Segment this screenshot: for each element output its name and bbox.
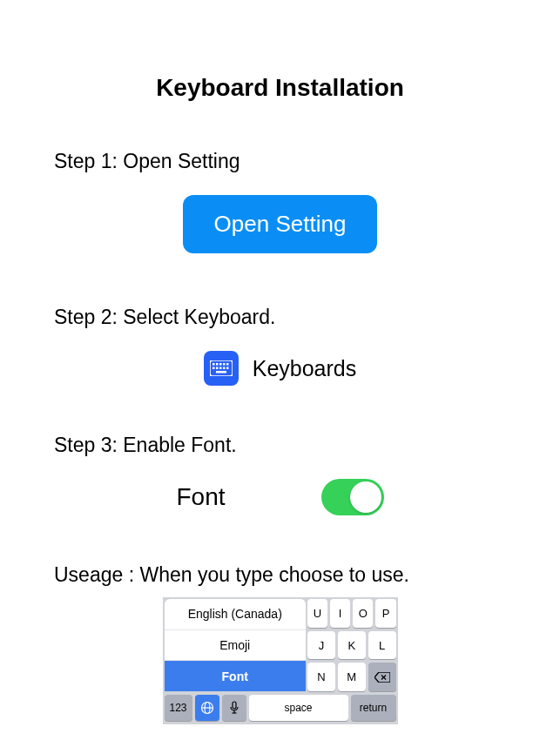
key-o[interactable]: O xyxy=(353,599,373,628)
keyboards-label: Keyboards xyxy=(253,356,357,381)
font-toggle-row: Font xyxy=(44,479,516,515)
svg-rect-17 xyxy=(233,702,236,709)
lang-item-font[interactable]: Font xyxy=(165,661,306,691)
svg-rect-9 xyxy=(223,367,226,370)
globe-icon xyxy=(200,701,214,715)
step3-label: Step 3: Enable Font. xyxy=(44,434,516,457)
lang-item-emoji[interactable]: Emoji xyxy=(165,630,306,662)
svg-rect-5 xyxy=(226,363,229,366)
key-j[interactable]: J xyxy=(307,631,335,660)
open-setting-button[interactable]: Open Setting xyxy=(183,195,378,253)
key-p[interactable]: P xyxy=(375,599,395,628)
key-l[interactable]: L xyxy=(368,631,396,660)
keyboard-icon xyxy=(204,351,239,386)
lang-item-english[interactable]: English (Canada) xyxy=(165,599,306,630)
return-key[interactable]: return xyxy=(351,695,396,721)
svg-rect-2 xyxy=(216,363,219,366)
keyboard-preview: English (Canada) Emoji Font U I O P J K … xyxy=(163,597,398,724)
keyboards-row[interactable]: Keyboards xyxy=(44,351,516,386)
backspace-key[interactable] xyxy=(368,663,396,691)
key-u[interactable]: U xyxy=(307,599,327,628)
step2-label: Step 2: Select Keyboard. xyxy=(44,306,516,329)
page-title: Keyboard Installation xyxy=(44,0,516,102)
font-label: Font xyxy=(176,483,225,511)
font-toggle[interactable] xyxy=(321,479,384,515)
key-i[interactable]: I xyxy=(330,599,350,628)
globe-key[interactable] xyxy=(195,695,219,721)
toggle-knob xyxy=(350,481,381,513)
key-n[interactable]: N xyxy=(307,663,335,691)
usage-label: Useage : When you type choose to use. xyxy=(44,563,516,587)
svg-rect-10 xyxy=(226,367,229,370)
mic-key[interactable] xyxy=(222,695,246,721)
step1-label: Step 1: Open Setting xyxy=(44,150,516,173)
space-key[interactable]: space xyxy=(249,695,348,721)
key-k[interactable]: K xyxy=(338,631,366,660)
svg-rect-4 xyxy=(223,363,226,366)
svg-rect-1 xyxy=(213,363,215,366)
svg-rect-3 xyxy=(219,363,222,366)
svg-rect-11 xyxy=(216,371,226,374)
mic-icon xyxy=(229,701,240,715)
svg-rect-7 xyxy=(216,367,219,370)
language-menu: English (Canada) Emoji Font xyxy=(165,599,306,691)
numbers-key[interactable]: 123 xyxy=(165,695,192,721)
backspace-icon xyxy=(374,672,390,683)
key-m[interactable]: M xyxy=(338,663,366,691)
svg-rect-8 xyxy=(219,367,222,370)
svg-rect-6 xyxy=(213,367,215,370)
